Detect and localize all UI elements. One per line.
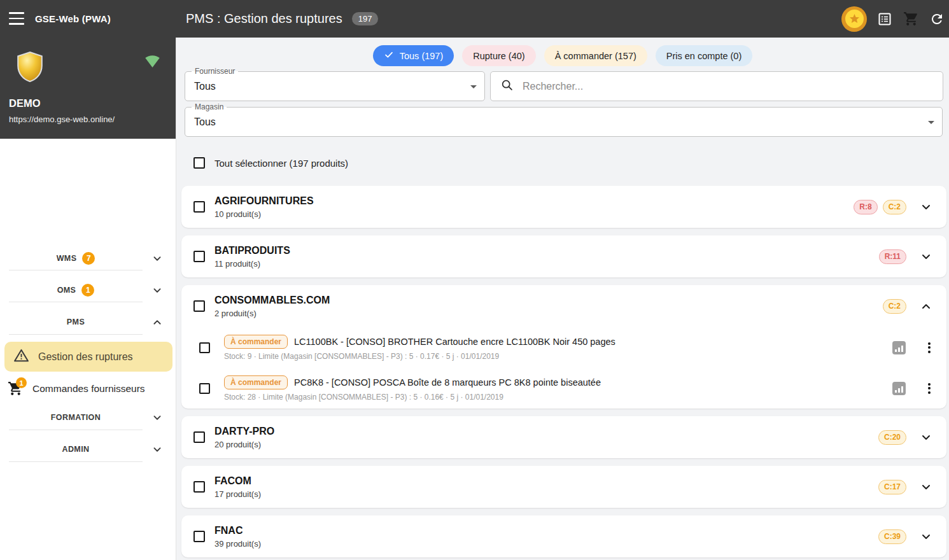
product-row: À commander PC8K8 - [CONSO] POSCA Boîte … bbox=[181, 368, 946, 409]
supplier-header[interactable]: DARTY-PRO 20 produit(s) C:20 bbox=[181, 416, 946, 458]
status-badge: À commander bbox=[224, 335, 288, 349]
supplier-checkbox[interactable] bbox=[193, 431, 205, 443]
star-icon bbox=[845, 10, 864, 28]
supplier-card: DARTY-PRO 20 produit(s) C:20 bbox=[181, 416, 946, 458]
commander-count-badge: C:2 bbox=[883, 299, 906, 314]
filter-chip-label: Rupture (40) bbox=[473, 51, 524, 61]
supplier-checkbox[interactable] bbox=[193, 531, 205, 542]
supplier-header[interactable]: FACOM 17 produit(s) C:17 bbox=[181, 466, 946, 508]
sidebar-section-oms[interactable]: OMS 1 bbox=[0, 279, 176, 302]
wifi-icon bbox=[144, 53, 161, 73]
shield-logo bbox=[14, 50, 46, 86]
page-count-badge: 197 bbox=[352, 12, 379, 25]
sidebar-nav: WMS 7 OMS 1 PMS Gest bbox=[0, 139, 176, 560]
rupture-count-badge: R:11 bbox=[879, 249, 906, 264]
product-title: PC8K8 - [CONSO] POSCA Boîte de 8 marqueu… bbox=[294, 377, 601, 388]
bar-chart-icon[interactable] bbox=[892, 382, 906, 395]
fournisseur-select[interactable]: Fournisseur Tous bbox=[185, 71, 485, 101]
filter-chip-pris-en-compte[interactable]: Pris en compte (0) bbox=[656, 45, 752, 66]
product-details: Stock: 9 · Limite (Magasin [CONSOMMABLES… bbox=[224, 352, 892, 361]
supplier-checkbox[interactable] bbox=[193, 251, 205, 262]
supplier-card: BATIPRODUITS 11 produit(s) R:11 bbox=[181, 235, 946, 277]
refresh-button[interactable] bbox=[929, 11, 945, 27]
supplier-count: 39 produit(s) bbox=[214, 539, 261, 549]
supplier-checkbox[interactable] bbox=[193, 481, 205, 493]
chevron-down-icon bbox=[150, 410, 164, 427]
bar-chart-icon[interactable] bbox=[892, 341, 906, 354]
supplier-card: FACOM 17 produit(s) C:17 bbox=[181, 466, 946, 508]
sidebar-section-admin[interactable]: ADMIN bbox=[0, 438, 176, 461]
sidebar-item-gestion-des-ruptures[interactable]: Gestion des ruptures bbox=[4, 342, 172, 372]
caret-down-icon bbox=[928, 121, 934, 124]
supplier-count: 11 produit(s) bbox=[214, 259, 290, 269]
product-checkbox[interactable] bbox=[199, 383, 210, 394]
filter-chip-label: Pris en compte (0) bbox=[666, 51, 742, 61]
section-label: OMS bbox=[57, 286, 76, 295]
chevron-up-icon[interactable] bbox=[918, 298, 934, 314]
chevron-down-icon[interactable] bbox=[918, 249, 934, 264]
magasin-select[interactable]: Magasin Tous bbox=[185, 107, 943, 137]
supplier-header[interactable]: FNAC 39 produit(s) C:39 bbox=[181, 515, 946, 557]
chevron-down-icon[interactable] bbox=[918, 430, 934, 445]
filter-chip-tous[interactable]: Tous (197) bbox=[373, 45, 454, 66]
sidebar-item-label: Gestion des ruptures bbox=[38, 351, 133, 363]
oms-badge: 1 bbox=[81, 284, 94, 297]
select-all-checkbox[interactable] bbox=[193, 157, 205, 169]
section-label: PMS bbox=[67, 318, 85, 326]
kebab-menu-icon[interactable] bbox=[925, 340, 934, 355]
select-all-label: Tout sélectionner (197 produits) bbox=[214, 158, 348, 169]
app-title: GSE-Web (PWA) bbox=[35, 13, 111, 24]
fournisseur-select-value: Tous bbox=[194, 81, 216, 92]
rupture-count-badge: R:8 bbox=[854, 200, 877, 214]
cart-button[interactable] bbox=[903, 11, 919, 27]
sidebar-section-formation[interactable]: FORMATION bbox=[0, 406, 176, 429]
supplier-list: AGRIFOURNITURES 10 produit(s) R:8 C:2 BA… bbox=[181, 186, 946, 560]
magasin-select-label: Magasin bbox=[192, 102, 227, 111]
environment-name: DEMO bbox=[9, 97, 41, 109]
supplier-checkbox[interactable] bbox=[193, 201, 205, 213]
list-alt-button[interactable] bbox=[876, 11, 893, 27]
select-all-row: Tout sélectionner (197 produits) bbox=[193, 157, 348, 169]
chevron-down-icon[interactable] bbox=[918, 479, 934, 494]
product-row: À commander LC1100BK - [CONSO] BROTHER C… bbox=[181, 327, 946, 368]
filter-chip-a-commander[interactable]: À commander (157) bbox=[544, 45, 647, 66]
search-input[interactable] bbox=[523, 81, 933, 92]
supplier-name: CONSOMMABLES.COM bbox=[214, 295, 330, 306]
section-label: WMS bbox=[57, 254, 77, 263]
fournisseur-select-label: Fournisseur bbox=[192, 67, 238, 76]
search-bar bbox=[490, 71, 943, 101]
sidebar-profile: DEMO https://demo.gse-web.online/ bbox=[0, 38, 176, 139]
chevron-down-icon[interactable] bbox=[918, 529, 934, 544]
commander-count-badge: C:20 bbox=[878, 430, 906, 445]
section-label: FORMATION bbox=[51, 413, 101, 422]
sidebar-section-pms[interactable]: PMS bbox=[0, 311, 176, 333]
chevron-up-icon bbox=[150, 315, 164, 332]
sidebar-section-wms[interactable]: WMS 7 bbox=[0, 247, 176, 270]
chevron-down-icon[interactable] bbox=[918, 199, 934, 214]
star-circle-button[interactable] bbox=[841, 6, 867, 32]
supplier-card: AGRIFOURNITURES 10 produit(s) R:8 C:2 bbox=[181, 186, 946, 228]
supplier-count: 2 produit(s) bbox=[214, 309, 330, 318]
supplier-count: 10 produit(s) bbox=[214, 209, 314, 219]
product-details: Stock: 28 · Limite (Magasin [CONSOMMABLE… bbox=[224, 393, 892, 402]
supplier-header[interactable]: AGRIFOURNITURES 10 produit(s) R:8 C:2 bbox=[181, 186, 946, 228]
kebab-menu-icon[interactable] bbox=[925, 381, 934, 396]
sidebar-item-commandes-fournisseurs[interactable]: 1 Commandes fournisseurs bbox=[0, 375, 176, 402]
supplier-name: AGRIFOURNITURES bbox=[214, 195, 314, 207]
main-content: Tous (197) Rupture (40) À commander (157… bbox=[176, 38, 949, 560]
filter-chip-rupture[interactable]: Rupture (40) bbox=[462, 45, 535, 66]
supplier-header[interactable]: CONSOMMABLES.COM 2 produit(s) C:2 bbox=[181, 285, 946, 327]
product-checkbox[interactable] bbox=[199, 342, 210, 353]
chevron-down-icon bbox=[150, 251, 164, 268]
wms-badge: 7 bbox=[82, 252, 95, 265]
menu-icon[interactable] bbox=[9, 12, 24, 25]
sidebar: DEMO https://demo.gse-web.online/ WMS 7 … bbox=[0, 38, 176, 560]
supplier-count: 17 produit(s) bbox=[214, 489, 261, 499]
chevron-down-icon bbox=[150, 442, 164, 459]
caret-down-icon bbox=[470, 85, 477, 88]
filter-chips: Tous (197) Rupture (40) À commander (157… bbox=[176, 45, 949, 66]
supplier-checkbox[interactable] bbox=[193, 300, 205, 312]
sidebar-item-label: Commandes fournisseurs bbox=[32, 383, 145, 395]
product-title: LC1100BK - [CONSO] BROTHER Cartouche enc… bbox=[294, 337, 615, 347]
supplier-header[interactable]: BATIPRODUITS 11 produit(s) R:11 bbox=[181, 235, 946, 277]
